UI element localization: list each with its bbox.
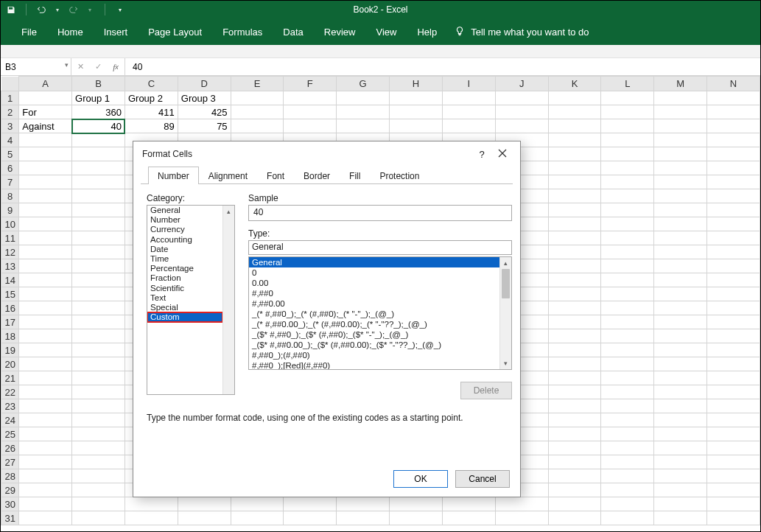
cell[interactable]	[390, 511, 443, 525]
dialog-tab-protection[interactable]: Protection	[370, 167, 429, 184]
cell[interactable]	[178, 511, 231, 525]
cell[interactable]: 425	[178, 105, 231, 119]
row-header[interactable]: 14	[1, 273, 19, 287]
row-header[interactable]: 26	[1, 441, 19, 455]
cell[interactable]	[337, 511, 390, 525]
category-item[interactable]: Fraction	[147, 273, 222, 283]
cell[interactable]	[495, 497, 548, 511]
cell[interactable]	[19, 91, 72, 105]
cell[interactable]	[19, 161, 72, 175]
cell[interactable]	[707, 329, 760, 343]
category-item[interactable]: Currency	[147, 225, 222, 234]
cell[interactable]	[19, 189, 72, 203]
cell[interactable]	[337, 119, 390, 133]
cell[interactable]	[707, 301, 760, 315]
cell[interactable]	[72, 287, 125, 301]
cell[interactable]	[231, 511, 284, 525]
cell[interactable]	[548, 161, 601, 175]
cell[interactable]	[707, 315, 760, 329]
row-header[interactable]: 1	[1, 91, 19, 105]
cell[interactable]	[548, 511, 601, 525]
cell[interactable]	[72, 371, 125, 385]
cell[interactable]	[654, 329, 707, 343]
row-header[interactable]: 12	[1, 245, 19, 259]
cell[interactable]	[654, 385, 707, 399]
cell[interactable]	[72, 245, 125, 259]
cell[interactable]	[19, 315, 72, 329]
cell[interactable]	[548, 441, 601, 455]
cell[interactable]	[707, 511, 760, 525]
category-item[interactable]: Date	[147, 245, 222, 254]
cell[interactable]: Against	[19, 119, 72, 133]
cell[interactable]	[601, 287, 654, 301]
cell[interactable]	[601, 245, 654, 259]
enter-icon[interactable]: ✓	[89, 62, 107, 71]
cell[interactable]	[72, 133, 125, 147]
cell[interactable]	[72, 161, 125, 175]
cell[interactable]	[654, 217, 707, 231]
row-header[interactable]: 3	[1, 119, 19, 133]
cell[interactable]	[707, 343, 760, 357]
cell[interactable]	[495, 511, 548, 525]
cell[interactable]: Group 2	[125, 91, 178, 105]
cell[interactable]	[601, 329, 654, 343]
cell[interactable]	[19, 371, 72, 385]
cell[interactable]	[654, 301, 707, 315]
cell[interactable]	[654, 273, 707, 287]
cell[interactable]	[337, 91, 390, 105]
dialog-tab-border[interactable]: Border	[294, 167, 340, 184]
cell[interactable]	[19, 273, 72, 287]
row-header[interactable]: 2	[1, 105, 19, 119]
type-item[interactable]: General	[249, 257, 499, 267]
cell[interactable]	[707, 245, 760, 259]
cell[interactable]	[654, 343, 707, 357]
category-item[interactable]: Text	[147, 293, 222, 303]
scroll-up-icon[interactable]: ▴	[223, 206, 234, 217]
ok-button[interactable]: OK	[393, 470, 448, 488]
cell[interactable]	[707, 161, 760, 175]
scroll-thumb[interactable]	[502, 269, 510, 298]
row-header[interactable]: 27	[1, 455, 19, 469]
cell[interactable]	[19, 385, 72, 399]
cell[interactable]	[654, 119, 707, 133]
type-item[interactable]: _(* #,##0_);_(* (#,##0);_(* "-"_);_(@_)	[249, 309, 499, 319]
column-header[interactable]: N	[707, 77, 760, 91]
cell[interactable]	[72, 385, 125, 399]
tab-formulas[interactable]: Formulas	[212, 18, 273, 45]
cell[interactable]	[72, 357, 125, 371]
cell[interactable]	[19, 147, 72, 161]
category-item[interactable]: Custom	[147, 312, 222, 322]
cell[interactable]	[72, 273, 125, 287]
category-item[interactable]: Time	[147, 254, 222, 264]
cell[interactable]	[601, 119, 654, 133]
cell[interactable]: For	[19, 105, 72, 119]
tab-review[interactable]: Review	[314, 18, 366, 45]
cell[interactable]	[19, 455, 72, 469]
cell[interactable]	[548, 385, 601, 399]
category-item[interactable]: Scientific	[147, 284, 222, 293]
cell[interactable]	[231, 497, 284, 511]
cell[interactable]	[548, 147, 601, 161]
tab-file[interactable]: File	[11, 18, 47, 45]
cell[interactable]	[337, 105, 390, 119]
cell[interactable]	[72, 469, 125, 483]
row-header[interactable]: 18	[1, 329, 19, 343]
cell[interactable]	[19, 399, 72, 413]
dialog-tab-fill[interactable]: Fill	[340, 167, 370, 184]
close-icon[interactable]	[492, 149, 513, 160]
cell[interactable]	[495, 91, 548, 105]
cell[interactable]	[19, 245, 72, 259]
cell[interactable]	[601, 189, 654, 203]
cell[interactable]	[707, 231, 760, 245]
cell[interactable]	[707, 483, 760, 497]
cell[interactable]	[654, 399, 707, 413]
cell[interactable]: 360	[72, 105, 125, 119]
column-header[interactable]: I	[442, 77, 495, 91]
row-header[interactable]: 19	[1, 343, 19, 357]
cell[interactable]	[601, 175, 654, 189]
cell[interactable]: 75	[178, 119, 231, 133]
column-header[interactable]: K	[548, 77, 601, 91]
cell[interactable]	[72, 189, 125, 203]
cell[interactable]	[654, 133, 707, 147]
category-list[interactable]: GeneralNumberCurrencyAccountingDateTimeP…	[147, 205, 235, 395]
